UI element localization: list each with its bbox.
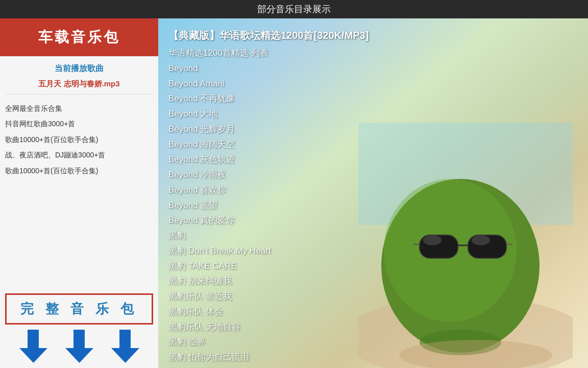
- complete-pack-button[interactable]: 完 整 音 乐 包: [5, 293, 153, 325]
- download-arrow-1[interactable]: [19, 330, 47, 363]
- svg-rect-4: [119, 330, 131, 349]
- song-entry: 黑豹 别来纠缠我: [168, 273, 369, 289]
- song-entry: Beyond Amani: [168, 76, 369, 91]
- songlist-header: 【典藏版】华语歌坛精选1200首[320K/MP3]: [168, 27, 369, 44]
- main-area: 车载音乐包 当前播放歌曲 五月天 志明与春娇.mp3 全网最全音乐合集抖音网红歌…: [0, 18, 588, 368]
- svg-rect-0: [28, 330, 39, 349]
- svg-point-14: [472, 235, 490, 245]
- top-bar: 部分音乐目录展示: [0, 0, 588, 18]
- arrows-row: [0, 325, 158, 368]
- download-arrow-2[interactable]: [65, 330, 93, 363]
- sidebar-list-item: 全网最全音乐合集: [5, 101, 153, 116]
- sidebar-header: 车载音乐包: [0, 18, 158, 56]
- song-entry: 黑豹 临界: [168, 334, 369, 350]
- song-entry: Beyond 光辉岁月: [168, 122, 369, 137]
- sidebar-list-item: 歌曲10000+首(百位歌手合集): [5, 163, 153, 178]
- coconut-image: [358, 123, 573, 368]
- svg-marker-3: [65, 348, 93, 363]
- svg-point-13: [423, 235, 442, 245]
- song-entry: Beyond 喜欢你: [168, 182, 369, 198]
- sidebar-current-label: 当前播放歌曲: [0, 56, 158, 77]
- song-entry: Beyond 灰色轨迹: [168, 152, 369, 167]
- songlist-subheader: 华语精选1200首精选 列表: [168, 45, 369, 61]
- song-entry: 黑豹 Don't Break My Heart: [168, 243, 369, 259]
- sidebar: 车载音乐包 当前播放歌曲 五月天 志明与春娇.mp3 全网最全音乐合集抖音网红歌…: [0, 18, 158, 368]
- song-entry: 黑豹乐队 体会: [168, 304, 369, 319]
- song-entry: Beyond 冷雨夜: [168, 167, 369, 182]
- song-entry: Beyond: [168, 61, 369, 76]
- song-entry: 黑豹乐队 无地自容: [168, 319, 369, 335]
- sidebar-list: 全网最全音乐合集抖音网红歌曲3000+首歌曲10000+首(百位歌手合集)战、夜…: [0, 95, 158, 293]
- song-entry: 黑豹: [168, 228, 369, 243]
- sidebar-bottom: 完 整 音 乐 包: [0, 293, 158, 368]
- download-arrow-3[interactable]: [111, 330, 139, 363]
- sidebar-current-song: 五月天 志明与春娇.mp3: [0, 77, 158, 94]
- svg-rect-2: [74, 330, 85, 349]
- svg-marker-5: [111, 348, 139, 363]
- svg-marker-1: [19, 348, 47, 363]
- song-entry: Beyond 遥望: [168, 198, 369, 213]
- song-list-overlay: 【典藏版】华语歌坛精选1200首[320K/MP3]华语精选1200首精选 列表…: [158, 18, 379, 368]
- song-entry: 黑豹乐队 靠近我: [168, 289, 369, 304]
- sidebar-list-item: 抖音网红歌曲3000+首: [5, 116, 153, 131]
- song-entry: 黑豹 TAKE CARE: [168, 259, 369, 274]
- song-entry: Beyond 不再犹豫: [168, 91, 369, 106]
- top-bar-title: 部分音乐目录展示: [257, 4, 331, 14]
- song-entry: Beyond 海阔天空: [168, 137, 369, 152]
- sidebar-list-item: 歌曲10000+首(百位歌手合集): [5, 132, 153, 147]
- content-area: 【典藏版】华语歌坛精选1200首[320K/MP3]华语精选1200首精选 列表…: [158, 18, 588, 368]
- song-entry: 黑豹 眼光里: [168, 365, 369, 368]
- song-entry: 黑豹 怕你为自己流泪: [168, 350, 369, 365]
- sidebar-list-item: 战、夜店酒吧、DJ蹦迪3000+首: [5, 147, 153, 163]
- song-entry: Beyond 大地: [168, 106, 369, 122]
- song-entry: Beyond 真的爱你: [168, 213, 369, 228]
- sidebar-title: 车载音乐包: [38, 29, 120, 45]
